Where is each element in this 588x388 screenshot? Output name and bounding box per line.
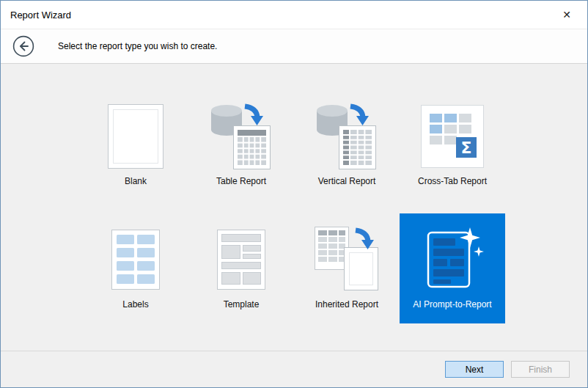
- report-type-inherited-report[interactable]: Inherited Report: [294, 213, 400, 323]
- report-type-cross-tab-report[interactable]: Σ Cross-Tab Report: [400, 90, 505, 200]
- vertical-report-icon: [312, 100, 381, 172]
- labels-report-icon: [111, 224, 160, 296]
- report-type-ai-prompt-to-report[interactable]: AI Prompt-to-Report: [400, 213, 505, 323]
- next-button[interactable]: Next: [445, 361, 504, 378]
- wizard-header: Select the report type you wish to creat…: [1, 29, 587, 64]
- report-type-blank[interactable]: Blank: [83, 90, 188, 200]
- inherited-report-icon: [312, 224, 382, 296]
- finish-button[interactable]: Finish: [511, 361, 570, 378]
- table-report-icon: [207, 100, 276, 172]
- report-type-table-report[interactable]: Table Report: [188, 90, 294, 200]
- report-type-grid: Blank: [1, 64, 587, 351]
- titlebar: Report Wizard ✕: [1, 1, 587, 29]
- report-type-labels[interactable]: Labels: [83, 213, 188, 323]
- report-type-template[interactable]: Template: [188, 213, 294, 323]
- report-type-label: Cross-Tab Report: [418, 176, 487, 186]
- report-type-label: Template: [224, 299, 260, 310]
- report-type-row-2: Labels: [83, 213, 505, 323]
- report-type-label: Inherited Report: [315, 299, 378, 310]
- ai-prompt-to-report-icon: [420, 224, 485, 296]
- report-type-label: AI Prompt-to-Report: [413, 299, 491, 310]
- back-arrow-icon: [12, 35, 34, 57]
- back-button[interactable]: [12, 35, 34, 57]
- report-type-vertical-report[interactable]: Vertical Report: [294, 90, 400, 200]
- window-title: Report Wizard: [10, 10, 71, 21]
- footer: Next Finish: [1, 351, 587, 387]
- report-wizard-dialog: Report Wizard ✕ Select the report type y…: [0, 0, 588, 388]
- report-type-label: Table Report: [216, 176, 266, 186]
- wizard-instruction: Select the report type you wish to creat…: [58, 41, 217, 51]
- close-button[interactable]: ✕: [559, 8, 574, 21]
- template-report-icon: [217, 224, 265, 296]
- report-type-label: Vertical Report: [318, 176, 376, 186]
- report-type-label: Labels: [122, 299, 148, 310]
- sigma-glyph: Σ: [460, 139, 471, 157]
- blank-report-icon: [108, 100, 163, 172]
- cross-tab-report-icon: Σ: [421, 100, 484, 172]
- report-type-label: Blank: [125, 176, 147, 186]
- report-type-row-1: Blank: [83, 90, 505, 200]
